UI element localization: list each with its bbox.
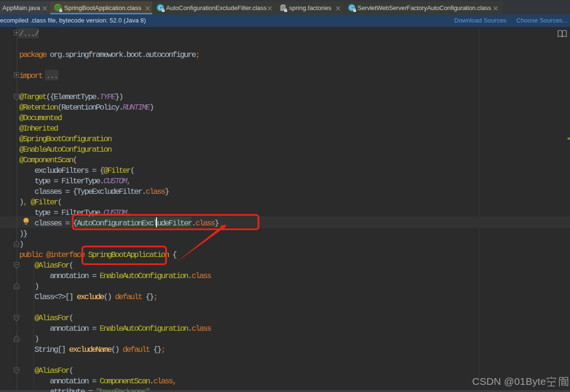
svg-text:C: C bbox=[158, 5, 162, 11]
svg-text:C: C bbox=[350, 5, 354, 11]
